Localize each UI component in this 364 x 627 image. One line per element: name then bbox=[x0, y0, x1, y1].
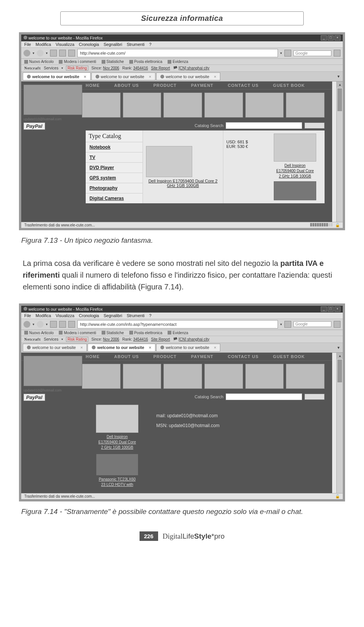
bookmark-item[interactable]: Evidenza bbox=[168, 60, 188, 64]
netcraft-services[interactable]: Services bbox=[44, 66, 58, 70]
search-field[interactable]: Google bbox=[293, 50, 331, 56]
close-button[interactable]: × bbox=[334, 35, 340, 41]
nav-payment[interactable]: PAYMENT bbox=[191, 83, 213, 88]
forward-dropdown-icon[interactable]: ▾ bbox=[46, 51, 48, 55]
catalog-category[interactable]: DVD Player bbox=[86, 163, 143, 173]
nav-guestbook[interactable]: GUEST BOOK bbox=[273, 354, 305, 359]
menu-view[interactable]: Visualizza bbox=[56, 313, 74, 318]
catalog-search-button[interactable]: Search bbox=[304, 123, 325, 129]
tab[interactable]: welcome to our website× bbox=[156, 72, 220, 80]
nav-home[interactable]: HOME bbox=[86, 83, 100, 88]
forward-dropdown-icon[interactable]: ▾ bbox=[46, 322, 48, 326]
menu-edit[interactable]: Modifica bbox=[36, 313, 51, 318]
tab[interactable]: welcome to our website× bbox=[156, 344, 220, 352]
scroll-up-icon[interactable]: ▴ bbox=[337, 353, 343, 359]
bookmark-item[interactable]: Evidenza bbox=[168, 331, 188, 335]
maximize-button[interactable]: □ bbox=[328, 306, 334, 312]
bookmark-item[interactable]: Posta elettronica bbox=[129, 60, 163, 64]
tab-close-icon[interactable]: × bbox=[80, 345, 83, 350]
search-go-icon[interactable] bbox=[334, 321, 340, 328]
catalog-category[interactable]: Photography bbox=[86, 183, 143, 193]
tab-close-icon[interactable]: × bbox=[84, 74, 86, 79]
catalog-category[interactable]: TV bbox=[86, 152, 143, 163]
go-button[interactable] bbox=[284, 321, 291, 328]
nav-product[interactable]: PRODUCT bbox=[153, 83, 176, 88]
catalog-category[interactable]: Notebook bbox=[86, 142, 143, 152]
tab[interactable]: welcome to our website× bbox=[88, 344, 155, 352]
stop-button[interactable] bbox=[59, 321, 66, 328]
vertical-scrollbar[interactable]: ▴ bbox=[336, 353, 343, 493]
catalog-category[interactable]: GPS system bbox=[86, 173, 143, 183]
nav-about[interactable]: ABOUT US bbox=[114, 354, 139, 359]
back-button[interactable] bbox=[24, 321, 30, 328]
tab-close-icon[interactable]: × bbox=[149, 345, 151, 350]
tab-list-dropdown-icon[interactable]: ▾ bbox=[336, 344, 341, 352]
search-go-icon[interactable] bbox=[334, 50, 340, 57]
scroll-up-icon[interactable]: ▴ bbox=[337, 82, 343, 88]
bookmark-item[interactable]: Modera i commenti bbox=[59, 60, 96, 64]
tab[interactable]: welcome to our website× bbox=[23, 72, 91, 80]
menu-view[interactable]: Visualizza bbox=[56, 42, 74, 47]
go-button[interactable] bbox=[284, 50, 291, 57]
catalog-search-input[interactable] bbox=[226, 393, 302, 400]
bookmark-item[interactable]: Statistiche bbox=[102, 331, 124, 335]
catalog-category[interactable]: Digital Cameras bbox=[86, 193, 143, 203]
nav-about[interactable]: ABOUT US bbox=[114, 83, 139, 88]
netcraft-services[interactable]: Services bbox=[44, 337, 58, 341]
menu-bookmarks[interactable]: Segnalibri bbox=[104, 313, 122, 318]
url-bar[interactable]: http://www.ele-cute.com/info.asp?typenam… bbox=[77, 320, 278, 328]
url-bar[interactable]: http://www.ele-cute.com/ bbox=[77, 49, 278, 57]
tab[interactable]: welcome to our website× bbox=[91, 72, 155, 80]
product-name[interactable]: Panasonic TC23LX60 23 LCD HDTV with bbox=[89, 477, 146, 487]
forward-button[interactable] bbox=[37, 50, 44, 57]
reload-button[interactable] bbox=[50, 50, 57, 57]
tab[interactable]: welcome to our website× bbox=[23, 344, 87, 352]
back-dropdown-icon[interactable]: ▾ bbox=[33, 51, 35, 55]
tab-close-icon[interactable]: × bbox=[214, 345, 216, 350]
home-button[interactable] bbox=[68, 321, 75, 328]
menu-file[interactable]: File bbox=[24, 313, 31, 318]
back-dropdown-icon[interactable]: ▾ bbox=[33, 322, 35, 326]
bookmark-item[interactable]: Statistiche bbox=[102, 60, 124, 64]
minimize-button[interactable]: _ bbox=[321, 35, 327, 41]
tab-close-icon[interactable]: × bbox=[214, 74, 216, 79]
stop-button[interactable] bbox=[59, 50, 66, 57]
bookmark-item[interactable]: Modera i commenti bbox=[59, 331, 96, 335]
nav-guestbook[interactable]: GUEST BOOK bbox=[273, 83, 305, 88]
catalog-search-button[interactable]: Search bbox=[304, 394, 325, 400]
url-dropdown-icon[interactable]: ▾ bbox=[280, 51, 282, 55]
back-button[interactable] bbox=[24, 50, 30, 57]
maximize-button[interactable]: □ bbox=[328, 35, 334, 41]
catalog-search-input[interactable] bbox=[226, 122, 302, 129]
nav-contact[interactable]: CONTACT US bbox=[228, 83, 259, 88]
bookmark-item[interactable]: Nuovo Articolo bbox=[24, 60, 53, 64]
menu-help[interactable]: ? bbox=[149, 42, 151, 47]
menu-tools[interactable]: Strumenti bbox=[127, 313, 144, 318]
vertical-scrollbar[interactable]: ▴ bbox=[336, 82, 343, 222]
search-field[interactable]: Google bbox=[293, 321, 331, 327]
nav-contact[interactable]: CONTACT US bbox=[228, 354, 259, 359]
close-button[interactable]: × bbox=[334, 306, 340, 312]
reload-button[interactable] bbox=[50, 321, 57, 328]
bookmark-item[interactable]: Posta elettronica bbox=[129, 331, 163, 335]
scroll-thumb[interactable] bbox=[337, 88, 342, 111]
bookmark-item[interactable]: Nuovo Articolo bbox=[24, 331, 53, 335]
product-name[interactable]: Dell Inspiron E17059400 Dual Core 2 GHz … bbox=[268, 163, 322, 179]
minimize-button[interactable]: _ bbox=[321, 306, 327, 312]
menu-edit[interactable]: Modifica bbox=[36, 42, 51, 47]
tab-close-icon[interactable]: × bbox=[149, 74, 151, 79]
home-button[interactable] bbox=[68, 50, 75, 57]
menu-bookmarks[interactable]: Segnalibri bbox=[104, 42, 122, 47]
scroll-thumb[interactable] bbox=[337, 360, 342, 382]
nav-payment[interactable]: PAYMENT bbox=[191, 354, 213, 359]
menu-file[interactable]: File bbox=[24, 42, 31, 47]
menu-history[interactable]: Cronologia bbox=[79, 313, 99, 318]
netcraft-report[interactable]: Site Report bbox=[151, 66, 170, 70]
nav-product[interactable]: PRODUCT bbox=[153, 354, 176, 359]
product-name[interactable]: Dell Inspiron E17059400 Dual Core 2 GHz … bbox=[89, 434, 146, 450]
netcraft-report[interactable]: Site Report bbox=[151, 337, 170, 341]
forward-button[interactable] bbox=[37, 321, 44, 328]
menu-tools[interactable]: Strumenti bbox=[127, 42, 144, 47]
menu-history[interactable]: Cronologia bbox=[79, 42, 99, 47]
nav-home[interactable]: HOME bbox=[86, 354, 100, 359]
